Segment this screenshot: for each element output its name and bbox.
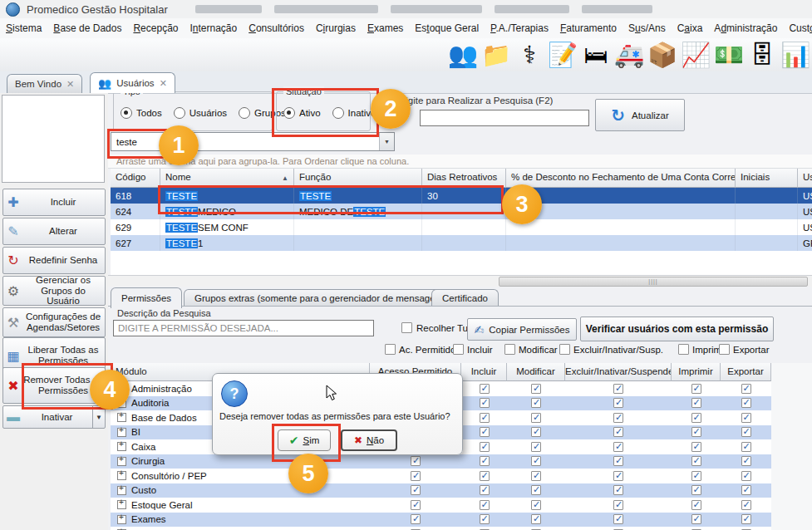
checkbox[interactable] bbox=[741, 442, 751, 452]
perm-column-header-imprimir[interactable]: Imprimir bbox=[672, 363, 721, 381]
checkbox[interactable] bbox=[691, 456, 701, 466]
menu-item-consultorios[interactable]: Consultórios bbox=[243, 18, 310, 38]
payment-out-icon[interactable]: 💵 bbox=[712, 40, 746, 70]
checkbox[interactable] bbox=[691, 471, 701, 481]
checkbox[interactable] bbox=[385, 344, 396, 355]
checkbox[interactable] bbox=[531, 456, 541, 466]
menu-item-sus-ans[interactable]: Sus/Ans bbox=[623, 18, 672, 38]
checkbox[interactable] bbox=[719, 344, 730, 355]
menu-item-faturamento[interactable]: Faturamento bbox=[554, 18, 623, 38]
checkbox[interactable] bbox=[678, 344, 689, 355]
checkbox[interactable] bbox=[531, 442, 541, 452]
tab-permissoes[interactable]: Permissões bbox=[111, 287, 182, 308]
prescription-icon[interactable]: 📝 bbox=[546, 40, 579, 70]
perm-column-header-modificar[interactable]: Modificar bbox=[507, 363, 565, 381]
checkbox[interactable] bbox=[531, 514, 541, 524]
checkbox[interactable] bbox=[741, 485, 751, 495]
checkbox[interactable] bbox=[480, 471, 490, 481]
checkbox[interactable] bbox=[531, 398, 541, 408]
checkbox[interactable] bbox=[411, 500, 421, 510]
menu-item-cirurgias[interactable]: Cirurgias bbox=[310, 18, 362, 38]
checkbox[interactable] bbox=[480, 485, 490, 495]
checkbox[interactable] bbox=[613, 413, 623, 423]
checkbox[interactable] bbox=[411, 485, 421, 495]
close-icon[interactable]: ✕ bbox=[160, 78, 167, 89]
perm-column-header-excluir-inativar-suspender[interactable]: Excluir/Inativar/Suspender bbox=[565, 363, 672, 381]
expand-icon[interactable] bbox=[117, 471, 126, 480]
reports-icon[interactable]: 📊 bbox=[779, 40, 812, 70]
safe-icon[interactable]: 🗄 bbox=[746, 40, 779, 70]
checkbox[interactable] bbox=[741, 384, 751, 394]
checkbox[interactable] bbox=[531, 485, 541, 495]
checkbox[interactable] bbox=[531, 384, 541, 394]
checkbox[interactable] bbox=[480, 500, 490, 510]
menu-item-base-de-dados[interactable]: Base de Dados bbox=[47, 18, 127, 38]
perm-column-header-exportar[interactable]: Exportar bbox=[721, 363, 771, 381]
search-input[interactable] bbox=[420, 110, 589, 126]
checkbox[interactable] bbox=[453, 344, 464, 355]
checkbox[interactable] bbox=[741, 471, 751, 481]
dialog-no-button[interactable]: ✖ Não bbox=[341, 429, 397, 451]
horizontal-scrollbar[interactable]: |||| bbox=[108, 275, 812, 287]
checkbox[interactable] bbox=[741, 427, 751, 437]
users-row[interactable]: 629TESTE SEM CONFUS bbox=[111, 219, 812, 235]
tab-certificado[interactable]: Certificado bbox=[431, 289, 499, 307]
menu-item-estoque-geral[interactable]: Estoque Geral bbox=[409, 18, 485, 38]
checkbox[interactable] bbox=[480, 456, 490, 466]
users-column-header-de-desconto-no-fechamento-de-uma-conta-corrente[interactable]: % de Desconto no Fechamento de Uma Conta… bbox=[506, 169, 736, 188]
checkbox[interactable] bbox=[411, 514, 421, 524]
perm-row-estoque-geral[interactable]: Estoque Geral bbox=[111, 498, 771, 513]
scrollbar-thumb[interactable]: |||| bbox=[499, 277, 808, 287]
bulk-check-exportar[interactable]: Exportar bbox=[719, 344, 769, 355]
expand-icon[interactable] bbox=[117, 500, 126, 509]
sidebar-button-gerenciar-grupos-usuario[interactable]: ⚙Gerenciar os Grupos do Usuário bbox=[2, 276, 106, 306]
close-icon[interactable]: ✕ bbox=[66, 79, 74, 90]
hospital-bed-icon[interactable]: 🛏 bbox=[579, 40, 613, 70]
checkbox[interactable] bbox=[613, 485, 623, 495]
checkbox[interactable] bbox=[480, 442, 490, 452]
radio-todos[interactable] bbox=[121, 107, 132, 119]
checkbox[interactable] bbox=[613, 427, 623, 437]
doctor-icon[interactable]: ⚕ bbox=[513, 40, 546, 70]
supplies-icon[interactable]: 📦 bbox=[646, 40, 679, 70]
checkbox[interactable] bbox=[480, 384, 490, 394]
expand-icon[interactable] bbox=[117, 442, 126, 451]
menu-item-internacao[interactable]: Internação bbox=[184, 18, 243, 38]
checkbox[interactable] bbox=[691, 427, 701, 437]
tab-grupos-extras[interactable]: Grupos extras (somente para o gerenciado… bbox=[184, 289, 457, 307]
perm-column-header-incluir[interactable]: Incluir bbox=[461, 363, 507, 381]
radio-grupos[interactable] bbox=[239, 107, 250, 119]
checkbox[interactable] bbox=[613, 456, 623, 466]
menu-item-recepcao[interactable]: Recepção bbox=[127, 18, 184, 38]
perm-row-consultorio-pep[interactable]: Consultório / PEP bbox=[111, 469, 771, 483]
users-row[interactable]: 627TESTE1GR bbox=[111, 235, 812, 251]
bulk-check-excluir-inativar-susp[interactable]: Excluir/Inativar/Susp. bbox=[559, 344, 663, 355]
checkbox[interactable] bbox=[741, 514, 751, 524]
bulk-check-ac-permitido[interactable]: Ac. Permitido bbox=[385, 344, 455, 355]
perm-search-input[interactable] bbox=[113, 320, 374, 336]
checkbox[interactable] bbox=[691, 398, 701, 408]
expand-icon[interactable] bbox=[117, 413, 126, 422]
checkbox[interactable] bbox=[613, 500, 623, 510]
checkbox[interactable] bbox=[691, 442, 701, 452]
checkbox[interactable] bbox=[691, 500, 701, 510]
sidebar-button-alterar[interactable]: ✎Alterar bbox=[2, 218, 106, 245]
perm-row-custo[interactable]: Custo bbox=[111, 483, 771, 498]
menu-item-exames[interactable]: Exames bbox=[362, 18, 409, 38]
checkbox[interactable] bbox=[531, 500, 541, 510]
checkbox[interactable] bbox=[411, 471, 421, 481]
checkbox[interactable] bbox=[613, 514, 623, 524]
menu-item-administracao[interactable]: Administração bbox=[708, 18, 783, 38]
checkbox[interactable] bbox=[401, 322, 412, 333]
checkbox[interactable] bbox=[480, 514, 490, 524]
bulk-check-incluir[interactable]: Incluir bbox=[453, 344, 493, 355]
checkbox[interactable] bbox=[691, 485, 701, 495]
expand-icon[interactable] bbox=[117, 428, 126, 437]
perm-row-cirurgia[interactable]: Cirurgia bbox=[111, 454, 771, 469]
verify-users-button[interactable]: Verificar usuários com esta permissão bbox=[580, 317, 774, 341]
checkbox[interactable] bbox=[480, 413, 490, 423]
menu-item-custo[interactable]: Custo bbox=[783, 18, 812, 38]
refresh-button[interactable]: ↻ Atualizar bbox=[595, 99, 685, 131]
checkbox[interactable] bbox=[613, 384, 623, 394]
checkbox[interactable] bbox=[531, 413, 541, 423]
